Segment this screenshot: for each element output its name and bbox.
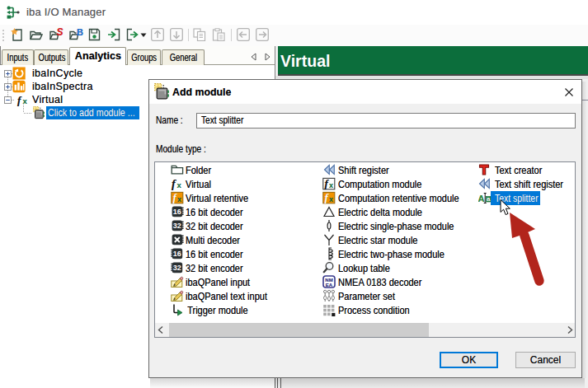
svg-text:x: x: [177, 195, 181, 203]
svg-text:32: 32: [173, 222, 181, 230]
svg-text:S: S: [57, 28, 64, 38]
svg-text:B: B: [77, 28, 83, 37]
svg-text:x: x: [329, 195, 333, 203]
svg-text:16: 16: [173, 208, 181, 216]
svg-text:x: x: [23, 96, 28, 105]
svg-text:16: 16: [173, 250, 181, 258]
svg-text:x: x: [177, 180, 182, 189]
svg-text:f: f: [17, 94, 22, 106]
svg-text:x: x: [329, 181, 333, 189]
svg-text:f: f: [172, 178, 176, 190]
svg-text:EA: EA: [326, 283, 333, 287]
svg-text:32: 32: [173, 264, 181, 272]
